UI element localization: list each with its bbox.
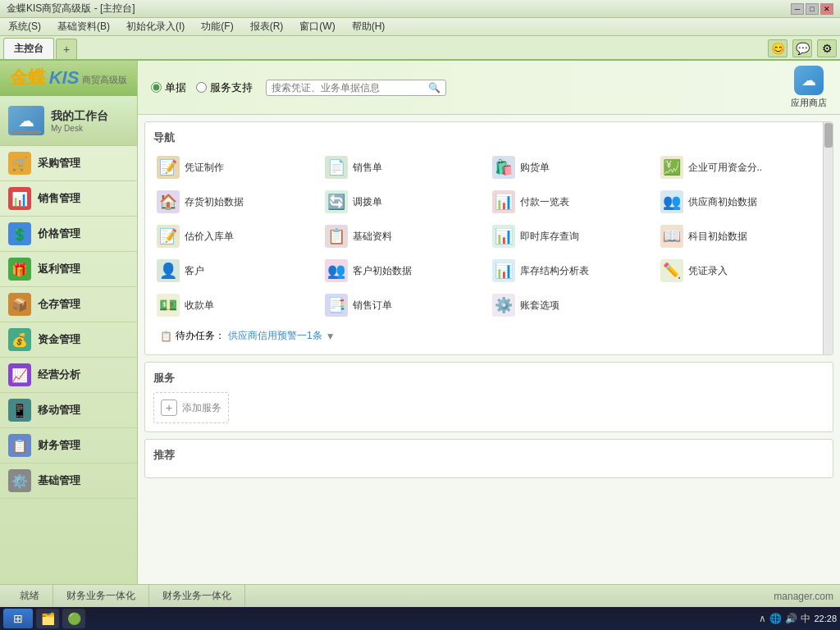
sidebar: 金蝶 KIS 商贸高级版 ☁ 我的工作台 My Desk 🛒 采购管理 📊 (0, 61, 138, 584)
tray-ime[interactable]: 中 (801, 612, 810, 626)
sales-icon: 📊 (8, 187, 31, 210)
nav-item-transfer[interactable]: 🔄 调拨单 (322, 186, 490, 217)
taskbar-btn-2[interactable]: 🟢 (62, 609, 85, 628)
radio-single-doc[interactable]: 单据 (151, 80, 186, 95)
taskbar-clock: 22:28 (814, 614, 837, 623)
scrollbar-thumb[interactable] (824, 123, 833, 148)
nav-item-sales-order[interactable]: 📄 销售单 (322, 152, 490, 183)
transfer-icon: 🔄 (325, 190, 348, 213)
nav-item-purchase-order[interactable]: 🛍️ 购货单 (489, 152, 657, 183)
nav-item-payment-list[interactable]: 📊 付款一览表 (489, 186, 657, 217)
nav-item-account-options[interactable]: ⚙️ 账套选项 (489, 290, 657, 321)
nav-item-receipt[interactable]: 💵 收款单 (153, 290, 322, 321)
nav-item-customer[interactable]: 👤 客户 (153, 255, 322, 286)
logo-edition: 商贸高级版 (82, 74, 127, 86)
nav-item-customer-init[interactable]: 👥 客户初始数据 (322, 255, 490, 286)
nav-item-voucher[interactable]: 📝 凭证制作 (153, 152, 322, 183)
menu-basic-data[interactable]: 基础资料(B) (52, 18, 115, 35)
realtime-stock-icon: 📊 (492, 225, 515, 248)
nav-item-subject-init[interactable]: 📖 科目初始数据 (657, 221, 825, 252)
sidebar-item-warehouse[interactable]: 📦 仓存管理 (0, 287, 137, 322)
tray-arrow[interactable]: ∧ (759, 613, 766, 624)
nav-item-voucher-entry[interactable]: ✏️ 凭证录入 (657, 255, 825, 286)
radio-group: 单据 服务支持 (151, 80, 253, 95)
menubar: 系统(S) 基础资料(B) 初始化录入(I) 功能(F) 报表(R) 窗口(W)… (0, 18, 840, 36)
nav-item-realtime-stock[interactable]: 📊 即时库存查询 (489, 221, 657, 252)
add-icon: + (161, 399, 177, 416)
tray-network[interactable]: 🌐 (769, 613, 782, 624)
sidebar-item-price[interactable]: 💲 价格管理 (0, 217, 137, 252)
nav-item-estimate-stock[interactable]: 📝 估价入库单 (153, 221, 322, 252)
accounting-icon: 📋 (8, 434, 31, 457)
customer-icon: 👤 (157, 259, 180, 282)
payment-list-icon: 📊 (492, 190, 515, 213)
nav-item-sales-contract[interactable]: 📑 销售订单 (322, 290, 490, 321)
customer-init-icon: 👥 (325, 259, 348, 282)
window-controls: ─ □ ✕ (791, 3, 833, 15)
add-service-button[interactable]: + 添加服务 (153, 392, 229, 423)
search-icon[interactable]: 🔍 (428, 82, 441, 94)
nav-item-supplier-init[interactable]: 👥 供应商初始数据 (657, 186, 825, 217)
rebate-icon: 🎁 (8, 258, 31, 281)
search-box[interactable]: 🔍 (266, 80, 446, 96)
menu-help[interactable]: 帮助(H) (347, 18, 390, 35)
minimize-button[interactable]: ─ (791, 3, 804, 15)
nav-item-available-funds[interactable]: 💹 企业可用资金分.. (657, 152, 825, 183)
smiley-icon[interactable]: 😊 (768, 39, 788, 57)
tray-volume[interactable]: 🔊 (785, 613, 797, 624)
sidebar-item-rebate[interactable]: 🎁 返利管理 (0, 252, 137, 287)
sidebar-item-analysis[interactable]: 📈 经营分析 (0, 358, 137, 393)
nav-scrollbar[interactable] (823, 122, 833, 354)
sidebar-item-sales[interactable]: 📊 销售管理 (0, 181, 137, 217)
supplier-init-icon: 👥 (660, 190, 683, 213)
add-service-label: 添加服务 (182, 401, 221, 415)
app-store-icon: ☁ (794, 66, 824, 95)
radio-service[interactable]: 服务支持 (196, 80, 253, 95)
tab-main-console[interactable]: 主控台 (3, 38, 54, 59)
menu-init[interactable]: 初始化录入(I) (121, 18, 189, 35)
start-button[interactable]: ⊞ (3, 609, 33, 628)
status-finance1: 财务业务一体化 (53, 585, 149, 607)
search-input[interactable] (272, 82, 425, 94)
message-icon[interactable]: 💬 (792, 39, 812, 57)
pending-icon: 📋 (160, 331, 172, 342)
nav-item-stock-analysis[interactable]: 📊 库存结构分析表 (489, 255, 657, 286)
app-store-button[interactable]: ☁ 应用商店 (791, 66, 827, 109)
titlebar: 金蝶KIS商贸高级版 - [主控台] ─ □ ✕ (0, 0, 840, 18)
price-icon: 💲 (8, 222, 31, 245)
pending-arrow[interactable]: ▼ (326, 331, 336, 342)
sidebar-item-finance[interactable]: 💰 资金管理 (0, 322, 137, 358)
procurement-icon: 🛒 (8, 152, 31, 175)
menu-system[interactable]: 系统(S) (3, 18, 46, 35)
settings-icon[interactable]: ⚙ (817, 39, 837, 57)
sidebar-item-mobile[interactable]: 📱 移动管理 (0, 393, 137, 428)
workspace-icon: ☁ (8, 106, 44, 135)
sidebar-item-accounting[interactable]: 📋 财务管理 (0, 428, 137, 463)
nav-item-empty (657, 290, 825, 321)
subject-init-icon: 📖 (660, 225, 683, 248)
status-user: manager.com (774, 591, 833, 602)
recommend-section: 推荐 (144, 439, 833, 478)
nav-item-basic-data[interactable]: 📋 基础资料 (322, 221, 490, 252)
menu-report[interactable]: 报表(R) (245, 18, 289, 35)
workspace-button[interactable]: ☁ 我的工作台 My Desk (0, 96, 137, 146)
tab-right-icons: 😊 💬 ⚙ (768, 39, 837, 57)
statusbar: 就绪 财务业务一体化 财务业务一体化 manager.com (0, 584, 840, 607)
pending-link[interactable]: 供应商信用预警一1条 (228, 329, 322, 343)
maximize-button[interactable]: □ (806, 3, 819, 15)
close-button[interactable]: ✕ (820, 3, 833, 15)
taskbar-btn-1[interactable]: 🗂️ (36, 609, 59, 628)
receipt-icon: 💵 (157, 294, 180, 317)
sidebar-item-procurement[interactable]: 🛒 采购管理 (0, 146, 137, 181)
menu-function[interactable]: 功能(F) (196, 18, 238, 35)
stock-analysis-icon: 📊 (492, 259, 515, 282)
mobile-icon: 📱 (8, 399, 31, 422)
warehouse-icon: 📦 (8, 293, 31, 316)
nav-item-inventory-init[interactable]: 🏠 存货初始数据 (153, 186, 322, 217)
status-finance2: 财务业务一体化 (149, 585, 245, 607)
sales-order-icon: 📄 (325, 156, 348, 179)
sidebar-item-basic-mgmt[interactable]: ⚙️ 基础管理 (0, 463, 137, 499)
tab-add-button[interactable]: + (56, 39, 77, 59)
content-header: 单据 服务支持 🔍 ☁ 应用商店 (138, 61, 840, 115)
menu-window[interactable]: 窗口(W) (294, 18, 340, 35)
